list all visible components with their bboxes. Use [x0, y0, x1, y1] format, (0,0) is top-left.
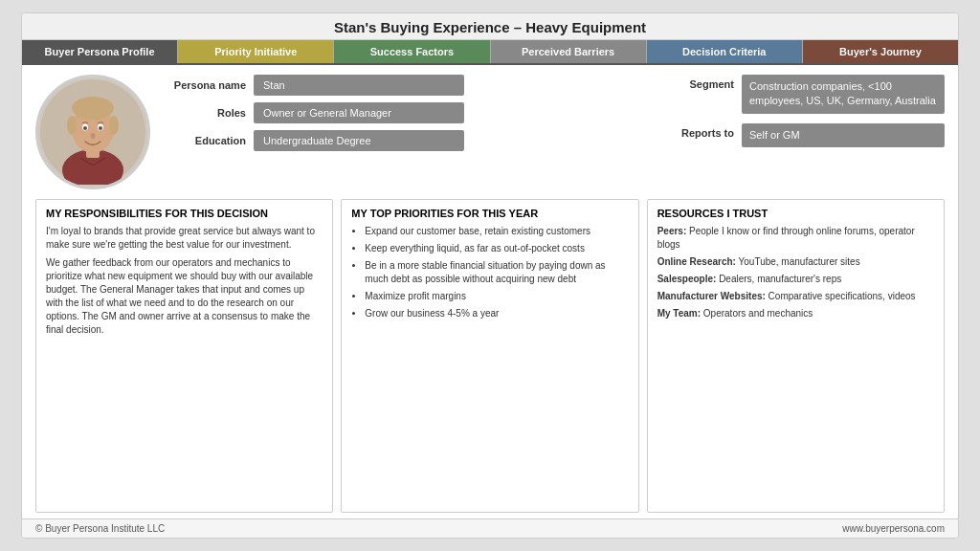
persona-name-label: Persona name: [160, 79, 246, 91]
resources-body: Peers: People I know or find through onl…: [657, 225, 934, 320]
svg-point-11: [91, 133, 96, 139]
header-title: Stan's Buying Experience – Heavy Equipme…: [22, 13, 958, 40]
resource-item: Online Research: YouTube, manufacturer s…: [657, 255, 934, 269]
priority-item: Grow our business 4-5% a year: [365, 307, 628, 320]
persona-roles-row: Roles Owner or General Manager: [160, 102, 657, 123]
resources-col: RESOURCES I TRUST Peers: People I know o…: [647, 199, 945, 513]
persona-education-label: Education: [160, 135, 246, 146]
responsibilities-col: MY RESPONSIBILITIES FOR THIS DECISION I'…: [35, 199, 333, 513]
content-area: Persona name Stan Roles Owner or General…: [22, 65, 958, 518]
persona-fields: Persona name Stan Roles Owner or General…: [160, 75, 657, 151]
persona-right: Segment Construction companies, <100 emp…: [667, 75, 945, 147]
resources-title: RESOURCES I TRUST: [657, 208, 934, 219]
resp-para-1: I'm loyal to brands that provide great s…: [46, 225, 323, 252]
tab-success[interactable]: Success Factors: [334, 40, 490, 63]
svg-point-5: [67, 116, 77, 135]
priority-item: Keep everything liquid, as far as out-of…: [365, 242, 628, 255]
tab-buyer-persona[interactable]: Buyer Persona Profile: [22, 40, 178, 63]
priorities-body: Expand our customer base, retain existin…: [351, 225, 628, 320]
priority-item: Expand our customer base, retain existin…: [365, 225, 628, 238]
resource-item: Salespeople: Dealers, manufacturer's rep…: [657, 273, 934, 286]
persona-roles-value: Owner or General Manager: [254, 102, 464, 123]
title-text: Stan's Buying Experience – Heavy Equipme…: [334, 19, 646, 35]
resource-item: My Team: Operators and mechanics: [657, 307, 934, 320]
resource-item: Peers: People I know or find through onl…: [657, 225, 934, 252]
segment-value: Construction companies, <100 employees, …: [742, 75, 945, 114]
avatar: [35, 75, 150, 189]
footer: © Buyer Persona Institute LLC www.buyerp…: [22, 518, 958, 538]
priorities-title: MY TOP PRIORITIES FOR THIS YEAR: [351, 208, 628, 219]
priorities-col: MY TOP PRIORITIES FOR THIS YEAR Expand o…: [341, 199, 638, 513]
svg-point-10: [99, 126, 102, 130]
responsibilities-body: I'm loyal to brands that provide great s…: [46, 225, 323, 337]
tab-priority[interactable]: Priority Initiative: [178, 40, 334, 63]
bottom-section: MY RESPONSIBILITIES FOR THIS DECISION I'…: [35, 199, 945, 513]
persona-education-row: Education Undergraduate Degree: [160, 130, 657, 151]
segment-row: Segment Construction companies, <100 emp…: [667, 75, 945, 114]
svg-point-9: [83, 126, 87, 130]
persona-name-row: Persona name Stan: [160, 75, 657, 96]
tab-journey[interactable]: Buyer's Journey: [803, 40, 958, 63]
resource-item: Manufacturer Websites: Comparative speci…: [657, 290, 934, 303]
resp-para-2: We gather feedback from our operators an…: [46, 256, 323, 337]
reports-value: Self or GM: [742, 123, 945, 147]
persona-section: Persona name Stan Roles Owner or General…: [35, 75, 945, 189]
tab-perceived[interactable]: Perceived Barriers: [491, 40, 647, 63]
priority-item: Maximize profit margins: [365, 290, 628, 303]
persona-roles-label: Roles: [160, 107, 246, 119]
tab-decision[interactable]: Decision Criteria: [647, 40, 803, 63]
svg-point-6: [109, 116, 119, 135]
footer-left: © Buyer Persona Institute LLC: [35, 523, 165, 534]
segment-label: Segment: [667, 75, 734, 90]
footer-right: www.buyerpersona.com: [842, 523, 945, 534]
reports-label: Reports to: [667, 123, 734, 139]
responsibilities-title: MY RESPONSIBILITIES FOR THIS DECISION: [46, 208, 323, 219]
nav-tabs: Buyer Persona Profile Priority Initiativ…: [22, 40, 958, 65]
svg-point-4: [72, 97, 114, 120]
persona-name-value: Stan: [254, 75, 464, 96]
reports-row: Reports to Self or GM: [667, 123, 945, 147]
priority-item: Be in a more stable financial situation …: [365, 259, 628, 286]
priorities-list: Expand our customer base, retain existin…: [351, 225, 628, 320]
persona-education-value: Undergraduate Degree: [254, 130, 464, 151]
main-card: Stan's Buying Experience – Heavy Equipme…: [21, 12, 959, 539]
